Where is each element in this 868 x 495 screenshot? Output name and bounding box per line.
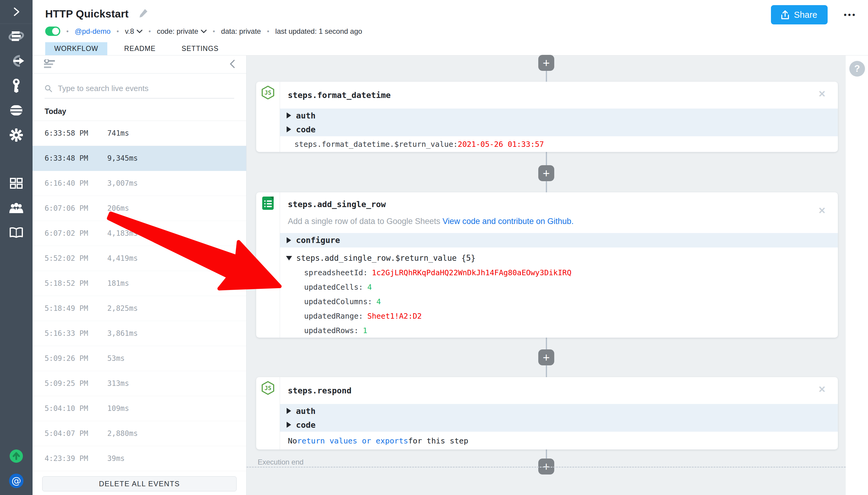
event-row[interactable]: 5:18:52 PM181ms	[33, 271, 246, 296]
collapse-panel-chevron-icon[interactable]	[229, 59, 236, 70]
property-value: 1	[363, 326, 367, 335]
step-card-respond: JS steps.respond auth code No return val…	[256, 377, 838, 449]
event-duration: 39ms	[107, 454, 125, 463]
event-row[interactable]: 6:16:40 PM3,007ms	[33, 171, 246, 196]
step-description: Add a single row of data to Google Sheet…	[288, 217, 838, 226]
left-nav-rail: @	[0, 0, 33, 495]
event-row[interactable]: 6:33:48 PM9,345ms	[33, 146, 246, 171]
close-card-icon[interactable]: ✕	[818, 89, 826, 99]
step-title: steps.respond	[288, 386, 351, 395]
help-rail: ?	[846, 55, 868, 495]
sql-data-icon[interactable]	[0, 98, 33, 123]
nodejs-icon: JS	[261, 85, 275, 100]
close-card-icon[interactable]: ✕	[818, 385, 826, 394]
add-step-button[interactable]: +	[538, 55, 554, 71]
tab-readme[interactable]: README	[115, 42, 164, 55]
share-button[interactable]: Share	[771, 5, 827, 24]
return-property-row: spreadsheetId:1c2GjLRQhRKqPdaHQ22WnDkJh1…	[280, 265, 838, 280]
event-row[interactable]: 5:52:02 PM4,419ms	[33, 246, 246, 271]
close-card-icon[interactable]: ✕	[818, 206, 826, 215]
add-step-button[interactable]: +	[538, 349, 554, 365]
keys-icon[interactable]	[0, 73, 33, 98]
event-sources-icon[interactable]	[0, 49, 33, 73]
event-duration: 3,861ms	[107, 329, 138, 338]
page-title: HTTP Quickstart	[45, 8, 129, 20]
configure-section-toggle[interactable]: configure	[280, 233, 838, 248]
github-link[interactable]: View code and contribute on Github.	[442, 217, 574, 226]
event-duration: 53ms	[107, 354, 125, 363]
code-section-toggle[interactable]: code	[280, 122, 838, 136]
return-value-properties: spreadsheetId:1c2GjLRQhRKqPdaHQ22WnDkJh1…	[280, 265, 838, 338]
property-key: updatedColumns:	[304, 297, 372, 306]
filter-sliders-icon[interactable]	[44, 59, 56, 70]
meta-dot: •	[213, 28, 215, 35]
return-value-row: steps.format_datetime.$return_value: 202…	[280, 136, 838, 152]
community-icon[interactable]	[0, 195, 33, 220]
property-value: 1c2GjLRQhRKqPdaHQ22WnDkJh14FAg80aEOwy3Di…	[372, 268, 571, 277]
return-value-expander[interactable]: steps.add_single_row.$return_value {5}	[280, 251, 838, 265]
main-column: HTTP Quickstart • @pd-demo • v.8 •	[33, 0, 868, 495]
workspace-link[interactable]: @pd-demo	[75, 27, 110, 36]
code-visibility-dropdown[interactable]: code: private	[157, 27, 206, 36]
meta-dot: •	[117, 28, 119, 35]
meta-dot: •	[149, 28, 151, 35]
data-visibility-label: data: private	[221, 27, 261, 36]
return-value: 2021-05-26 01:33:57	[458, 140, 544, 149]
code-section-toggle[interactable]: code	[280, 418, 838, 432]
event-row[interactable]: 5:04:07 PM2,880ms	[33, 421, 246, 446]
help-button[interactable]: ?	[849, 61, 865, 76]
tab-settings[interactable]: SETTINGS	[172, 42, 228, 55]
workflow-active-toggle[interactable]	[45, 27, 60, 36]
docs-book-icon[interactable]	[0, 220, 33, 245]
svg-text:@: @	[12, 475, 21, 486]
auth-section-toggle[interactable]: auth	[280, 108, 838, 122]
auth-section-toggle[interactable]: auth	[280, 404, 838, 418]
search-icon	[45, 84, 52, 93]
return-property-row: updatedRows:1	[280, 323, 838, 338]
svg-text:JS: JS	[265, 385, 272, 391]
search-input[interactable]	[58, 84, 234, 93]
collapsed-triangle-icon	[287, 237, 291, 243]
collapsed-triangle-icon	[287, 422, 291, 428]
event-time: 5:18:52 PM	[45, 279, 89, 288]
apps-grid-icon[interactable]	[0, 171, 33, 195]
event-row[interactable]: 6:07:06 PM206ms	[33, 196, 246, 221]
event-time: 6:16:40 PM	[45, 179, 89, 188]
tab-workflow[interactable]: WORKFLOW	[45, 42, 107, 55]
event-duration: 109ms	[107, 404, 129, 413]
settings-gear-icon[interactable]	[0, 123, 33, 148]
step-title: steps.add_single_row	[288, 200, 838, 209]
property-value: 4	[377, 297, 381, 306]
last-updated-label: last updated: 1 second ago	[275, 27, 362, 36]
event-time: 5:18:49 PM	[45, 304, 89, 313]
event-row[interactable]: 5:09:25 PM313ms	[33, 371, 246, 396]
status-up-icon[interactable]	[0, 444, 33, 468]
property-value: Sheet1!A2:D2	[367, 312, 422, 321]
google-sheets-icon	[261, 196, 275, 210]
property-key: spreadsheetId:	[304, 268, 368, 277]
add-step-button[interactable]: +	[538, 165, 554, 181]
live-events-panel: Today 6:33:58 PM741ms6:33:48 PM9,345ms6:…	[33, 55, 246, 495]
event-row[interactable]: 5:16:33 PM3,861ms	[33, 321, 246, 346]
event-row[interactable]: 5:04:10 PM109ms	[33, 396, 246, 421]
pipedream-logo-icon[interactable]	[0, 24, 33, 49]
event-row[interactable]: 5:18:49 PM2,825ms	[33, 296, 246, 321]
workflow-header: HTTP Quickstart • @pd-demo • v.8 •	[33, 0, 868, 42]
meta-dot: •	[66, 28, 69, 35]
collapsed-triangle-icon	[287, 113, 291, 118]
collapsed-triangle-icon	[287, 126, 291, 132]
delete-all-events-button[interactable]: DELETE ALL EVENTS	[42, 476, 237, 491]
expand-sidebar-chevron-icon[interactable]	[0, 0, 33, 23]
event-duration: 2,880ms	[107, 429, 138, 438]
step-title: steps.format_datetime	[288, 90, 390, 100]
exports-docs-link[interactable]: return values or exports	[297, 436, 408, 445]
more-options-ellipsis-icon[interactable]: •••	[844, 10, 856, 20]
account-avatar[interactable]: @	[0, 468, 33, 493]
event-row[interactable]: 6:33:58 PM741ms	[33, 121, 246, 146]
event-row[interactable]: 4:23:39 PM39ms	[33, 446, 246, 471]
event-row[interactable]: 5:09:26 PM53ms	[33, 346, 246, 371]
event-duration: 4,183ms	[107, 229, 138, 238]
edit-title-pencil-icon[interactable]	[139, 8, 148, 19]
version-dropdown[interactable]: v.8	[125, 27, 142, 36]
event-row[interactable]: 6:07:02 PM4,183ms	[33, 221, 246, 246]
